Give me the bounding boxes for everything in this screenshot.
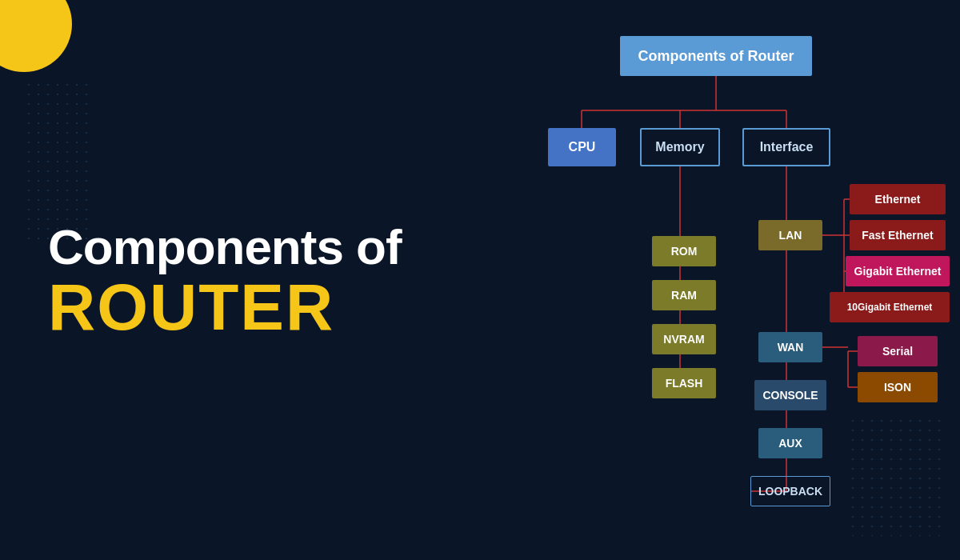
node-flash: FLASH <box>652 368 716 398</box>
node-ethernet: Ethernet <box>850 184 946 214</box>
node-rom: ROM <box>652 236 716 266</box>
node-root-label: Components of Router <box>638 48 794 65</box>
node-wan-label: WAN <box>778 341 804 354</box>
node-serial: Serial <box>858 336 938 366</box>
node-flash-label: FLASH <box>666 377 703 390</box>
node-10gigabit-ethernet: 10Gigabit Ethernet <box>830 292 950 322</box>
node-nvram: NVRAM <box>652 324 716 354</box>
node-ram: RAM <box>652 280 716 310</box>
node-root: Components of Router <box>620 36 812 76</box>
node-fast-ethernet-label: Fast Ethernet <box>862 229 933 242</box>
title-line2: ROUTER <box>48 274 496 340</box>
node-wan: WAN <box>758 332 822 362</box>
node-gigabit-ethernet-label: Gigabit Ethernet <box>854 265 942 278</box>
left-title-section: Components of ROUTER <box>48 220 496 340</box>
node-ison: ISON <box>858 372 938 402</box>
node-ethernet-label: Ethernet <box>875 193 921 206</box>
node-lan-label: LAN <box>779 229 802 242</box>
node-nvram-label: NVRAM <box>663 333 704 346</box>
node-cpu-label: CPU <box>569 140 596 154</box>
node-aux-label: AUX <box>778 437 802 450</box>
node-rom-label: ROM <box>671 245 698 258</box>
node-10gigabit-ethernet-label: 10Gigabit Ethernet <box>847 302 933 313</box>
node-interface: Interface <box>742 128 830 166</box>
node-lan: LAN <box>758 220 822 250</box>
node-ram-label: RAM <box>671 289 697 302</box>
router-diagram: Components of Router CPU Memory Interfac… <box>480 16 952 544</box>
title-line1: Components of <box>48 220 496 274</box>
node-cpu: CPU <box>548 128 616 166</box>
node-memory-label: Memory <box>655 140 704 154</box>
bg-dots-left <box>24 80 88 240</box>
node-memory: Memory <box>640 128 720 166</box>
node-gigabit-ethernet: Gigabit Ethernet <box>846 256 950 286</box>
node-serial-label: Serial <box>882 345 913 358</box>
node-ison-label: ISON <box>884 381 911 394</box>
node-interface-label: Interface <box>760 140 814 154</box>
node-loopback-label: LOOPBACK <box>758 485 822 498</box>
node-loopback: LOOPBACK <box>750 476 830 506</box>
node-fast-ethernet: Fast Ethernet <box>850 220 946 250</box>
node-aux: AUX <box>758 428 822 458</box>
bg-circle-decoration <box>0 0 72 72</box>
node-console-label: CONSOLE <box>762 389 818 402</box>
node-console: CONSOLE <box>754 380 826 410</box>
